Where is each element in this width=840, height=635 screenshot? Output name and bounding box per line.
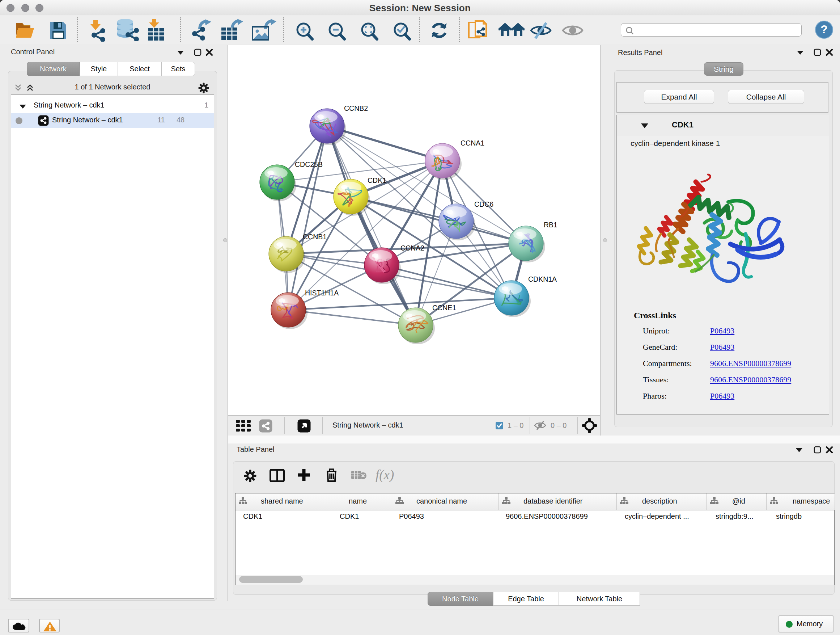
- svg-text:CDC6: CDC6: [474, 200, 493, 208]
- svg-text:CCNB1: CCNB1: [303, 233, 327, 241]
- svg-text:CCNE1: CCNE1: [432, 304, 456, 312]
- svg-text:CCNA1: CCNA1: [461, 139, 485, 147]
- svg-text:CDC25B: CDC25B: [295, 160, 323, 168]
- svg-text:CDK1: CDK1: [368, 176, 386, 184]
- svg-text:CCNA2: CCNA2: [401, 244, 424, 252]
- svg-text:CCNB2: CCNB2: [344, 104, 368, 112]
- svg-text:?: ?: [821, 23, 828, 36]
- svg-text:CDKN1A: CDKN1A: [528, 275, 557, 283]
- svg-text:HIST1H1A: HIST1H1A: [305, 289, 339, 297]
- svg-text:RB1: RB1: [544, 221, 557, 229]
